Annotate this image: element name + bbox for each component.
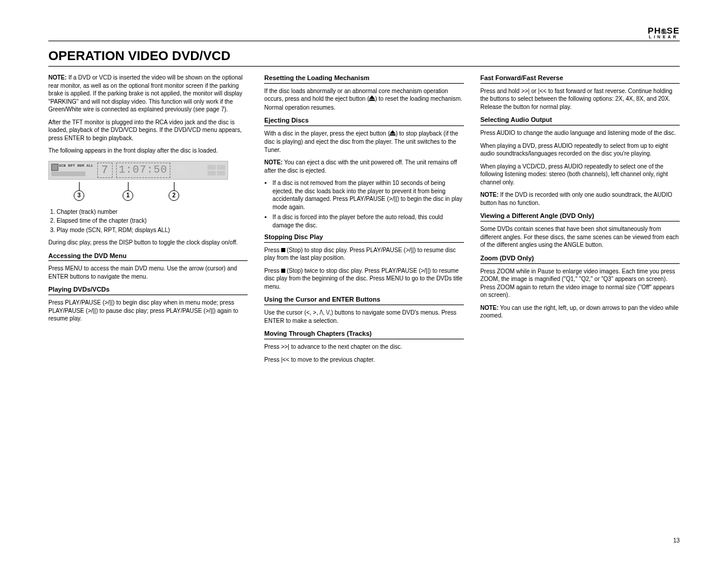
col1-h1-text: Press MENU to access the main DVD menu. …: [48, 265, 248, 280]
stop-icon: [281, 269, 285, 273]
lcd-chapter: 7: [97, 163, 113, 178]
list-item: Play mode (SCN, RPT, RDM; displays ALL): [57, 226, 248, 234]
lcd-ghost: 88: [176, 164, 187, 177]
col2-h5-text2: Press |<< to move to the previous chapte…: [264, 356, 463, 364]
heading-fast-forward: Fast Forward/Fast Reverse: [480, 74, 680, 84]
heading-cursor-enter: Using the Cursor and ENTER Buttons: [264, 295, 463, 305]
note-intro: NOTE: If a DVD or VCD is inserted the vi…: [48, 74, 248, 114]
col3-h2-text1: Press AUDIO to change the audio language…: [480, 129, 680, 137]
col1-p3: During disc play, press the DISP button …: [48, 239, 248, 247]
svg-rect-1: [369, 100, 375, 101]
heading-selecting-audio: Selecting Audio Output: [480, 115, 680, 125]
col3-h1-text: Press and hold >>| or |<< to fast forwar…: [480, 87, 680, 111]
col3-h3-text: Some DVDs contain scenes that have been …: [480, 225, 680, 249]
col3-h2-note: NOTE: If the DVD is recorded with only o…: [480, 191, 680, 207]
col2-h3-text2: Press (Stop) twice to stop disc play. Pr…: [264, 267, 463, 291]
heading-resetting-mechanism: Resetting the Loading Mechanism: [264, 74, 463, 84]
column-3: Fast Forward/Fast Reverse Press and hold…: [480, 74, 680, 368]
column-1: NOTE: If a DVD or VCD is inserted the vi…: [48, 74, 248, 368]
col2-h1-text: If the disc loads abnormally or an abnor…: [264, 87, 463, 111]
page-title: OPERATION VIDEO DVD/VCD: [48, 47, 680, 67]
list-item: Elapsed time of the chapter (track): [57, 217, 248, 225]
col3-h4-note: NOTE: You can use the right, left, up, o…: [480, 304, 680, 320]
svg-marker-0: [369, 95, 375, 99]
col3-h2-text3: When playing a VCD/CD, press AUDIO repea…: [480, 163, 680, 187]
heading-ejecting-discs: Ejecting Discs: [264, 116, 463, 126]
page-number: 13: [673, 537, 680, 545]
col2-h3-text1: Press (Stop) to stop disc play. Press PL…: [264, 246, 463, 262]
brand-logo: PHaSE LINEAR: [648, 27, 680, 39]
heading-stopping-disc: Stopping Disc Play: [264, 233, 463, 243]
lcd-time: 1:07:50: [116, 163, 171, 178]
heading-access-dvd-menu: Accessing the DVD Menu: [48, 252, 248, 262]
list-item: If a disc is not removed from the player…: [272, 179, 463, 211]
lcd-diagram: SCN RPT RDM ALL 7 1:07:50 88 3: [48, 161, 248, 201]
callout-1: 1: [123, 182, 133, 201]
col3-h2-text2: When playing a DVD, press AUDIO repeated…: [480, 142, 680, 158]
lcd-mode-text: SCN RPT RDM ALL: [59, 164, 94, 171]
eject-bullets: If a disc is not removed from the player…: [272, 179, 463, 229]
list-item: Chapter (track) number: [57, 208, 248, 216]
top-rule: PHaSE LINEAR: [48, 27, 680, 41]
col2-h5-text1: Press >>| to advance to the next chapter…: [264, 343, 463, 351]
disc-icon: [51, 164, 58, 171]
heading-viewing-angle: Viewing a Different Angle (DVD Only): [480, 211, 680, 222]
stop-icon: [281, 248, 285, 252]
list-item: If a disc is forced into the player befo…: [272, 213, 463, 229]
eject-icon: [369, 95, 375, 103]
heading-playing-dvds: Playing DVDs/VCDs: [48, 285, 248, 295]
svg-rect-3: [390, 134, 396, 135]
column-2: Resetting the Loading Mechanism If the d…: [264, 74, 463, 368]
col3-h4-text: Press ZOOM while in Pause to enlarge vid…: [480, 267, 680, 299]
col1-h2-text: Press PLAY/PAUSE (>/||) to begin disc pl…: [48, 299, 248, 323]
col2-h2-note: NOTE: You can eject a disc with the unit…: [264, 158, 463, 174]
lcd-legend-list: Chapter (track) number Elapsed time of t…: [57, 208, 248, 234]
eject-icon: [390, 130, 396, 138]
heading-moving-chapters: Moving Through Chapters (Tracks): [264, 329, 463, 339]
svg-marker-2: [390, 130, 396, 134]
heading-zoom: Zoom (DVD Only): [480, 254, 680, 264]
col1-p1: After the TFT monitor is plugged into th…: [48, 118, 248, 143]
callout-2: 2: [169, 182, 179, 201]
col1-p2: The following appears in the front displ…: [48, 147, 248, 155]
col2-h2-text: With a disc in the player, press the eje…: [264, 130, 463, 154]
col2-h4-text: Use the cursor (<, >, /\, \/,) buttons t…: [264, 309, 463, 325]
callout-3: 3: [74, 182, 84, 201]
